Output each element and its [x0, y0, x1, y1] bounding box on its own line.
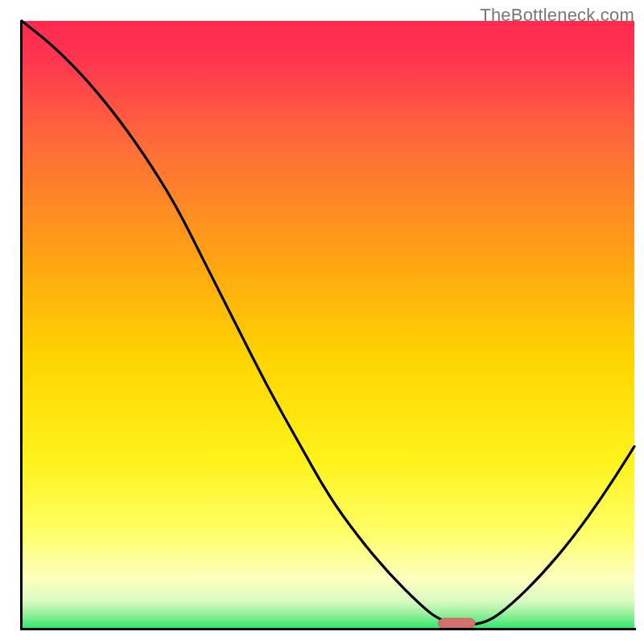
plot-area: [20, 20, 636, 630]
bottleneck-chart: [0, 0, 644, 644]
chart-container: TheBottleneck.com: [0, 0, 644, 644]
optimal-marker: [439, 618, 476, 628]
watermark-text: TheBottleneck.com: [480, 5, 634, 26]
